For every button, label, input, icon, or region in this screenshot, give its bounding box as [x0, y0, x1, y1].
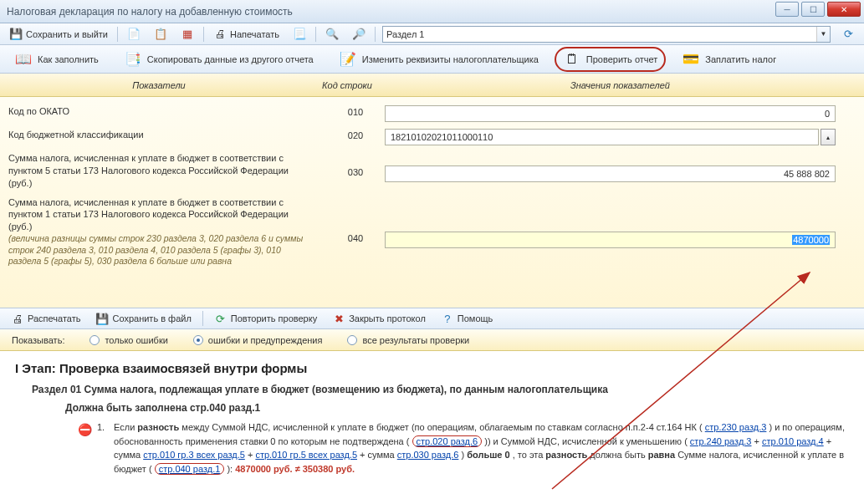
- label-030: Сумма налога, исчисленная к уплате в бюд…: [8, 152, 326, 190]
- col-indicators: Показатели: [0, 80, 318, 90]
- link-230-3[interactable]: стр.230 разд.3: [705, 422, 767, 432]
- field-010[interactable]: 0: [385, 105, 836, 122]
- error-values: 4870000 руб. ≠ 350380 руб.: [235, 464, 355, 474]
- form-content: Код по ОКАТО 010 0 Код бюджетной классиф…: [0, 97, 864, 308]
- proto-save-button[interactable]: 💾 Сохранить в файл: [89, 309, 197, 328]
- form-row-030: Сумма налога, исчисленная к уплате в бюд…: [0, 149, 864, 193]
- help-icon: 📖: [14, 50, 33, 69]
- section-title: Раздел 01 Сумма налога, подлежащая уплат…: [32, 384, 849, 395]
- window-title: Налоговая декларация по налогу на добавл…: [3, 6, 293, 18]
- close-button[interactable]: ✕: [827, 2, 861, 17]
- filter-bar: Показывать: только ошибки ошибки и преду…: [0, 329, 864, 351]
- section-combo[interactable]: Раздел 1 ▼: [382, 26, 831, 43]
- label-010: Код по ОКАТО: [8, 105, 326, 118]
- radio-all[interactable]: все результаты проверки: [347, 335, 469, 345]
- link-030-6[interactable]: стр.030 разд.6: [397, 450, 459, 460]
- link-010-4[interactable]: стр.010 разд.4: [762, 436, 824, 446]
- code-040: 040: [326, 196, 385, 243]
- doc-icon: 📄: [127, 28, 141, 41]
- tool-btn-3[interactable]: ▦: [175, 25, 200, 43]
- edit-icon: 📝: [339, 50, 357, 69]
- field-040[interactable]: 4870000: [385, 232, 836, 248]
- how-to-button[interactable]: 📖 Как заполнить: [5, 47, 108, 72]
- code-010: 010: [326, 105, 385, 117]
- protocol-toolbar: 🖨 Распечатать 💾 Сохранить в файл ⟳ Повто…: [0, 308, 864, 329]
- columns-header: Показатели Код строки Значения показател…: [0, 74, 864, 97]
- col-values: Значения показателей: [376, 80, 864, 90]
- link-010g5-5[interactable]: стр.010 гр.5 всех разд.5: [255, 450, 357, 460]
- zoom-in-icon: 🔍: [325, 28, 339, 41]
- field-020[interactable]: 18210102021011000110: [385, 129, 819, 145]
- radio-errors-warnings[interactable]: ошибки и предупреждения: [193, 335, 323, 345]
- pay-tax-button[interactable]: 💳 Заплатить налог: [672, 47, 785, 72]
- proto-repeat-button[interactable]: ⟳ Повторить проверку: [208, 309, 323, 328]
- copy-doc-icon: 📑: [124, 50, 142, 69]
- form-row-010: Код по ОКАТО 010 0: [0, 102, 864, 125]
- requirement-title: Должна быть заполнена стр.040 разд.1: [65, 402, 849, 414]
- proto-print-button[interactable]: 🖨 Распечатать: [5, 309, 86, 328]
- tool-btn-1[interactable]: 📄: [121, 25, 146, 43]
- printer-icon: 🖨: [213, 28, 227, 41]
- save-exit-label: Сохранить и выйти: [26, 29, 108, 39]
- separator: [117, 27, 118, 42]
- form-row-040: Сумма налога, исчисленная к уплате в бюд…: [0, 193, 864, 271]
- filter-label: Показывать:: [12, 335, 64, 345]
- link-240-3[interactable]: стр.240 разд.3: [690, 436, 752, 446]
- separator: [203, 27, 204, 42]
- maximize-button[interactable]: ☐: [801, 2, 825, 17]
- col-code: Код строки: [318, 80, 376, 90]
- refresh-button[interactable]: ⟳: [836, 25, 861, 43]
- field-030[interactable]: 45 888 802: [385, 165, 836, 182]
- link-010g3-5[interactable]: стр.010 гр.3 всех разд.5: [143, 450, 245, 460]
- print-button[interactable]: 🖨 Напечатать: [207, 25, 285, 43]
- section-combo-value: Раздел 1: [386, 29, 425, 39]
- edit-label: Изменить реквизиты налогоплательщика: [362, 54, 539, 64]
- zoom-out-icon: 🔎: [352, 28, 366, 41]
- minimize-button[interactable]: ─: [775, 2, 799, 17]
- check-icon: 🗒: [563, 50, 581, 69]
- label-020: Код бюджетной классификации: [8, 129, 326, 141]
- save-icon: 💾: [95, 312, 109, 325]
- hint-040: (величина разницы суммы строк 230 раздел…: [8, 233, 309, 267]
- error-item: ⛔ 1. Если разность между Суммой НДС, исч…: [78, 420, 849, 476]
- tool-btn-2[interactable]: 📋: [148, 25, 173, 43]
- print-label: Напечатать: [230, 29, 279, 39]
- zoom-in-button[interactable]: 🔍: [320, 25, 345, 43]
- refresh-icon: ⟳: [841, 28, 855, 41]
- refresh-icon: ⟳: [214, 312, 228, 325]
- page-icon: 📃: [293, 28, 306, 41]
- item-number: 1.: [97, 420, 109, 435]
- protocol-body: I Этап: Проверка взаимосвязей внутри фор…: [0, 351, 864, 482]
- how-label: Как заполнить: [38, 54, 99, 64]
- save-exit-button[interactable]: 💾 Сохранить и выйти: [3, 25, 114, 43]
- edit-req-button[interactable]: 📝 Изменить реквизиты налогоплательщика: [330, 47, 548, 72]
- separator: [202, 311, 203, 326]
- radio-errors-only[interactable]: только ошибки: [89, 335, 167, 345]
- separator: [375, 27, 376, 42]
- save-icon: 💾: [9, 28, 23, 41]
- pay-label: Заплатить налог: [705, 54, 776, 64]
- proto-close-button[interactable]: ✖ Закрыть протокол: [326, 309, 432, 328]
- zoom-out-button[interactable]: 🔎: [346, 25, 371, 43]
- error-icon: ⛔: [78, 421, 92, 439]
- link-020-6[interactable]: стр.020 разд.6: [412, 435, 483, 447]
- close-icon: ✖: [332, 312, 345, 325]
- form-row-020: Код бюджетной классификации 020 18210102…: [0, 125, 864, 149]
- copy-data-button[interactable]: 📑 Скопировать данные из другого отчета: [115, 47, 323, 72]
- chevron-down-icon: ▼: [816, 27, 830, 42]
- toolbar-actions: 📖 Как заполнить 📑 Скопировать данные из …: [0, 45, 864, 74]
- link-040-1[interactable]: стр.040 разд.1: [155, 463, 225, 475]
- check-report-button[interactable]: 🗒 Проверить отчет: [555, 47, 667, 72]
- field-020-picker[interactable]: ▴: [821, 129, 836, 145]
- proto-help-button[interactable]: ? Помощь: [435, 309, 499, 328]
- copy-label: Скопировать данные из другого отчета: [147, 54, 314, 64]
- titlebar: Налоговая декларация по налогу на добавл…: [0, 0, 864, 23]
- code-020: 020: [326, 129, 385, 140]
- tool-btn-4[interactable]: 📃: [287, 25, 312, 43]
- code-030: 030: [326, 152, 385, 177]
- toolbar-main: 💾 Сохранить и выйти 📄 📋 ▦ 🖨 Напечатать 📃…: [0, 23, 864, 45]
- printer-icon: 🖨: [11, 312, 24, 325]
- item-text: Если разность между Суммой НДС, исчислен…: [114, 420, 849, 476]
- check-label: Проверить отчет: [586, 54, 658, 64]
- copy-icon: 📋: [154, 28, 167, 41]
